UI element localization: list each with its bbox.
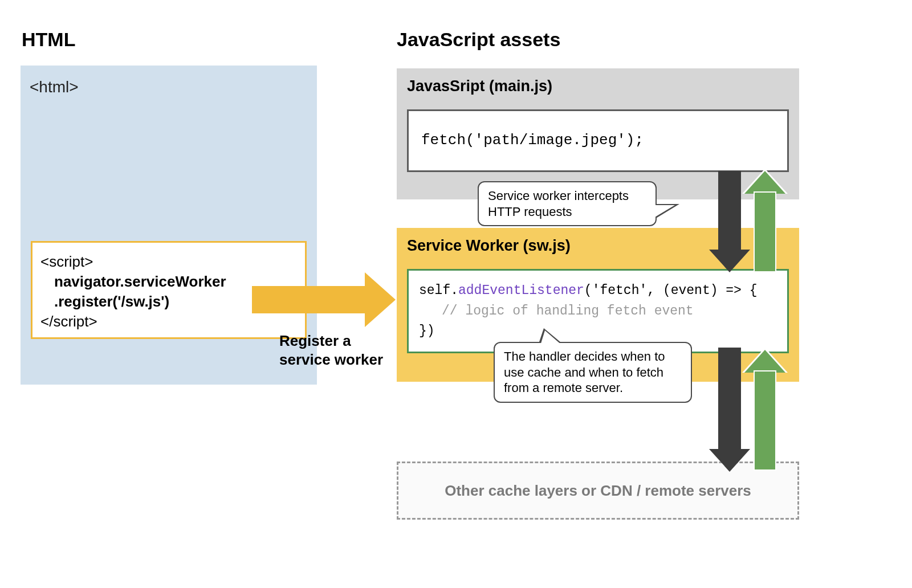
speech-handler-tail-fill-icon [540,330,562,345]
speech-handler: The handler decides when to use cache an… [494,342,692,403]
arrow-down-1-head-icon [709,250,750,272]
sw-code-comment: // logic of handling fetch event [419,301,777,322]
register-arrow-label: Register a service worker [279,332,393,369]
javascript-panel-title: JavasSript (main.js) [407,77,552,95]
sw-code-args: ('fetch', (event) => { [584,283,758,298]
arrow-up-2-shaft-icon [754,370,776,471]
fetch-code-box: fetch('path/image.jpeg'); [407,109,789,172]
speech-intercepts-tail-fill-icon [652,205,675,219]
arrow-up-1-head-icon [744,171,785,194]
service-worker-title: Service Worker (sw.js) [407,237,571,255]
arrow-down-1-shaft-icon [718,171,741,250]
register-arrow-head-icon [365,272,396,327]
sw-code-listener: addEventListener [458,283,584,298]
arrow-down-2-shaft-icon [718,348,741,449]
sw-code-line-1: self.addEventListener('fetch', (event) =… [419,281,777,301]
arrow-down-2-head-icon [709,449,750,472]
diagram-canvas: HTML JavaScript assets <html> <script> n… [0,0,912,588]
script-close-tag: </script> [40,312,297,332]
sw-code-prefix: self. [419,283,458,298]
register-arrow-body [252,286,366,313]
html-panel: <html> <script> navigator.serviceWorker … [21,66,317,385]
speech-intercepts: Service worker intercepts HTTP requests [478,181,657,226]
heading-js-assets: JavaScript assets [397,28,560,51]
script-open-tag: <script> [40,252,297,272]
service-worker-code-box: self.addEventListener('fetch', (event) =… [407,269,789,353]
html-open-tag: <html> [30,78,79,96]
heading-html: HTML [22,28,75,51]
arrow-up-1-shaft-icon [754,191,776,272]
arrow-up-2-head-icon [744,350,785,373]
sw-code-close: }) [419,321,777,342]
